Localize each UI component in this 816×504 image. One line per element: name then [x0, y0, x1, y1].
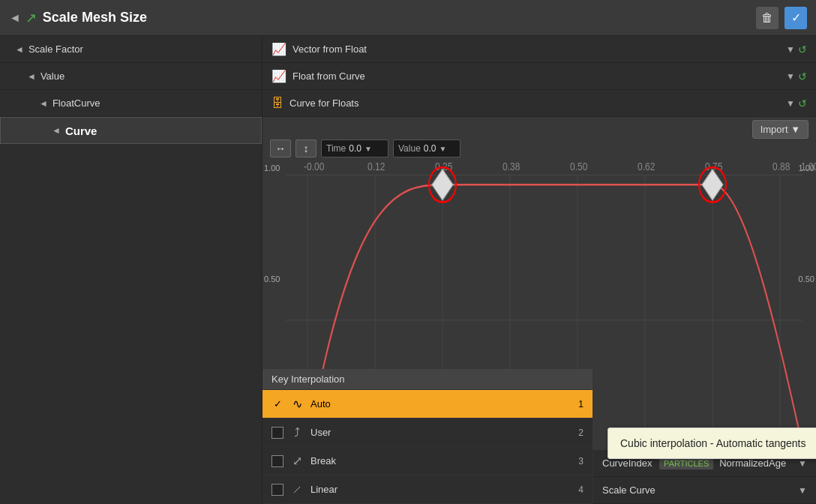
reset-btn-1[interactable]: ↺ [798, 44, 807, 56]
header-actions: 🗑 ✓ [756, 7, 807, 29]
import-button[interactable]: Import ▼ [752, 120, 808, 139]
right-row-curve-for-floats[interactable]: 🗄 Curve for Floats ▼ ↺ [262, 90, 816, 117]
interp-label-auto: Auto [310, 398, 572, 410]
interp-num-break: 3 [578, 456, 584, 466]
time-label: Time [326, 143, 346, 154]
svg-text:0.62: 0.62 [638, 159, 655, 172]
curve-floats-actions: ▼ ↺ [786, 98, 807, 110]
key-interp-header: Key Interpolation [262, 369, 592, 390]
tree-item-value[interactable]: ◄ Value [0, 63, 262, 90]
reset-btn-2[interactable]: ↺ [798, 70, 807, 82]
right-row-vector-from-float[interactable]: 📈 Vector from Float ▼ ↺ [262, 36, 816, 63]
svg-text:0.50: 0.50 [570, 159, 588, 172]
vector-float-label: Vector from Float [292, 44, 786, 55]
tree-label-scale-factor: Scale Factor [28, 44, 83, 55]
curve-point-3[interactable] [702, 170, 723, 200]
interp-item-linear[interactable]: ⟋ Linear 4 [262, 476, 592, 504]
right-panel: 📈 Vector from Float ▼ ↺ 📈 Float from Cur… [262, 36, 816, 504]
scale-curve-row: Scale Curve ▼ [593, 477, 816, 504]
interp-item-auto[interactable]: ✓ ∿ Auto 1 [262, 390, 592, 418]
tree-arrow-floatcurve: ◄ [39, 98, 48, 109]
delete-button[interactable]: 🗑 [756, 7, 778, 29]
interp-label-break: Break [310, 455, 572, 466]
reset-btn-3[interactable]: ↺ [798, 98, 807, 110]
value-arrow: ▼ [440, 145, 447, 153]
curve-floats-icon: 🗄 [272, 97, 284, 110]
curve-controls: ↔ ↕ Time 0.0 ▼ Value 0.0 ▼ [270, 140, 460, 158]
interp-num-auto: 1 [578, 399, 584, 410]
tree-item-curve[interactable]: ◄ Curve [0, 117, 262, 144]
right-row-float-from-curve[interactable]: 📈 Float from Curve ▼ ↺ [262, 63, 816, 90]
interp-label-user: User [310, 427, 572, 438]
tree-arrow-curve: ◄ [52, 125, 61, 136]
header: ◄ ↗ Scale Mesh Size 🗑 ✓ [0, 0, 816, 36]
auto-icon: ∿ [290, 397, 304, 411]
value-field[interactable]: Value 0.0 ▼ [393, 140, 460, 158]
interp-label-linear: Linear [310, 484, 572, 495]
break-icon: ⤢ [290, 454, 304, 468]
time-value: 0.0 [349, 143, 362, 154]
tree-arrow-scale-factor: ◄ [15, 44, 24, 55]
page-title: Scale Mesh Size [43, 10, 756, 26]
interp-checkbox-break [272, 455, 284, 467]
tooltip-text: Cubic interpolation - Automatic tangents [620, 437, 806, 449]
svg-text:0.88: 0.88 [772, 159, 790, 172]
float-curve-icon: 📈 [272, 69, 286, 83]
normalized-age-value: NormalizedAge [719, 458, 786, 469]
curve-toolbar: Import ▼ [752, 120, 808, 139]
vector-float-icon: 📈 [272, 42, 286, 56]
interp-item-break[interactable]: ⤢ Break 3 [262, 447, 592, 476]
fit-horiz-button[interactable]: ↔ [270, 140, 291, 158]
tree-arrow-value: ◄ [27, 71, 36, 82]
tree-item-scale-factor[interactable]: ◄ Scale Factor [0, 36, 262, 63]
svg-text:1.00: 1.00 [801, 159, 816, 172]
interp-checkbox-linear [272, 484, 284, 496]
time-arrow: ▼ [364, 145, 372, 153]
value-label: Value [398, 143, 421, 154]
collapse-arrow[interactable]: ◄ [9, 11, 21, 25]
interp-item-user[interactable]: ⤴ User 2 [262, 418, 592, 447]
svg-text:0.12: 0.12 [368, 159, 385, 172]
dropdown-arrow-2[interactable]: ▼ [786, 71, 795, 82]
left-panel: ◄ Scale Factor ◄ Value ◄ FloatCurve ◄ Cu… [0, 36, 262, 504]
tree-label-floatcurve: FloatCurve [52, 98, 100, 109]
curve-point-2[interactable] [432, 170, 453, 200]
tree-label-value: Value [40, 70, 64, 82]
fit-vert-button[interactable]: ↕ [296, 140, 316, 158]
svg-text:0.38: 0.38 [502, 159, 520, 172]
float-curve-label: Float from Curve [292, 70, 786, 82]
float-curve-actions: ▼ ↺ [786, 70, 807, 82]
dropdown-arrow-3[interactable]: ▼ [786, 98, 795, 109]
main-layout: ◄ Scale Factor ◄ Value ◄ FloatCurve ◄ Cu… [0, 36, 816, 504]
row-dropdown-arrow-1[interactable]: ▼ [798, 458, 807, 469]
tooltip-box: Cubic interpolation - Automatic tangents [608, 428, 816, 459]
interp-num-linear: 4 [578, 484, 584, 495]
key-interpolation-panel: Key Interpolation ✓ ∿ Auto 1 ⤴ User 2 [262, 369, 592, 504]
tree-label-curve: Curve [65, 124, 98, 137]
interp-checkbox-auto: ✓ [272, 398, 284, 410]
scale-curve-label: Scale Curve [602, 484, 786, 496]
vector-float-actions: ▼ ↺ [786, 44, 807, 56]
tree-item-floatcurve[interactable]: ◄ FloatCurve [0, 90, 262, 117]
curve-area[interactable]: Import ▼ ↔ ↕ Time 0.0 ▼ Value 0.0 ▼ 1.00 [262, 117, 816, 504]
dropdown-arrow-1[interactable]: ▼ [786, 44, 795, 55]
module-icon: ↗ [26, 10, 37, 26]
user-icon: ⤴ [290, 426, 304, 440]
row-dropdown-arrow-2[interactable]: ▼ [798, 485, 807, 496]
confirm-button[interactable]: ✓ [784, 7, 807, 29]
time-field[interactable]: Time 0.0 ▼ [321, 140, 388, 158]
value-value: 0.0 [424, 143, 436, 154]
interp-num-user: 2 [578, 428, 584, 438]
interp-checkbox-user [272, 427, 284, 439]
curve-floats-label: Curve for Floats [290, 98, 786, 109]
svg-text:-0.00: -0.00 [304, 159, 325, 172]
key-interp-title: Key Interpolation [272, 374, 345, 385]
linear-icon: ⟋ [290, 483, 304, 496]
curve-index-label: CurveIndex [602, 458, 653, 469]
